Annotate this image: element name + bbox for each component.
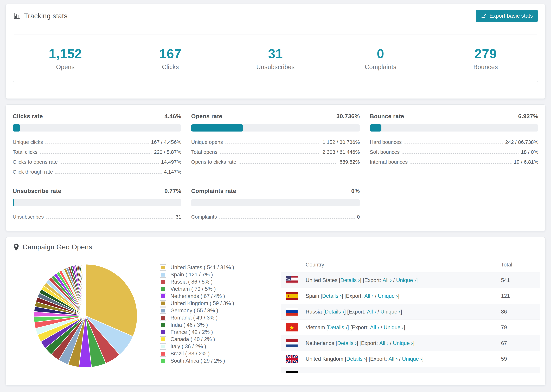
legend-swatch[interactable] (160, 279, 166, 285)
export-unique-link[interactable]: Unique › (384, 324, 404, 331)
export-text: ] [Export: (342, 293, 364, 299)
details-link[interactable]: Details › (328, 324, 347, 331)
legend-swatch[interactable] (160, 358, 166, 364)
legend-swatch[interactable] (160, 329, 166, 335)
details-link[interactable]: Details › (346, 356, 366, 362)
details-link[interactable]: Details › (337, 340, 357, 346)
country-cell: Netherlands [Details ›] [Export: All › /… (286, 339, 501, 347)
bracket: ] (416, 277, 418, 283)
flag-us (286, 276, 298, 284)
rate-title-row: Unsubscribe rate0.77% (13, 188, 181, 194)
flag-ru (286, 308, 298, 316)
export-unique-link[interactable]: Unique › (378, 293, 398, 299)
export-all-link[interactable]: All › (389, 356, 397, 362)
rate-row-label: Internal bounces (370, 159, 408, 165)
rate-row-label: Click through rate (13, 169, 53, 175)
export-unique-link[interactable]: Unique › (396, 277, 416, 283)
total-cell: 541 (501, 277, 540, 283)
legend-label: United Kingdom ( 59 / 3% ) (170, 300, 234, 307)
rate-row: Internal bounces19 / 6.81% (370, 156, 538, 166)
summary-cell-opens: 1,152Opens (13, 35, 118, 82)
map-pin-icon (13, 243, 19, 251)
legend-item: United States ( 541 / 31% ) (160, 264, 256, 271)
legend-swatch[interactable] (160, 293, 166, 299)
geo-content: United States ( 541 / 31% )Spain ( 121 /… (6, 257, 545, 373)
slash-text: / (376, 309, 381, 315)
country-cell: Vietnam [Details ›] [Export: All › / Uni… (286, 323, 501, 331)
rate-row: Complaints0 (191, 211, 360, 221)
rate-row-value: 2,303 / 61.446% (322, 149, 360, 155)
export-basic-stats-button[interactable]: Export basic stats (476, 10, 538, 22)
export-all-link[interactable]: All › (383, 277, 392, 283)
legend-swatch[interactable] (160, 343, 166, 350)
legend-swatch[interactable] (160, 336, 166, 343)
rate-row: Soft bounces18 / 0% (370, 147, 538, 156)
geo-table-row: Vietnam [Details ›] [Export: All › / Uni… (281, 320, 540, 335)
rate-progress-bar (370, 124, 538, 132)
rate-progress-bar (191, 199, 360, 206)
rate-progress-bar (13, 199, 181, 206)
legend-label: Spain ( 121 / 7% ) (170, 272, 213, 278)
rate-title-row: Opens rate30.736% (191, 113, 360, 119)
summary-value: 0 (377, 46, 384, 61)
rate-block-bounce: Bounce rate6.927%Hard bounces242 / 86.73… (370, 113, 538, 176)
rate-block-clicks: Clicks rate4.46%Unique clicks167 / 4.456… (13, 113, 181, 176)
tracking-stats-title: Tracking stats (13, 12, 67, 20)
country-name: United States (306, 277, 339, 283)
total-cell: 121 (501, 293, 540, 299)
legend-label: Romania ( 49 / 3% ) (170, 315, 218, 321)
legend-label: South Africa ( 29 / 2% ) (170, 358, 225, 364)
details-link[interactable]: Details › (340, 277, 360, 283)
dashboard-page: Tracking stats Export basic stats 1,152O… (0, 0, 551, 389)
legend-swatch[interactable] (160, 315, 166, 321)
legend-swatch[interactable] (160, 300, 166, 307)
legend-swatch[interactable] (160, 264, 166, 271)
rate-value: 0% (351, 188, 360, 194)
export-unique-link[interactable]: Unique › (393, 340, 413, 346)
bar-chart-icon (13, 12, 21, 20)
export-all-link[interactable]: All › (367, 309, 376, 315)
legend-item: Brazil ( 33 / 2% ) (160, 350, 256, 357)
rate-progress-fill (13, 124, 20, 132)
slash-text: / (373, 293, 378, 299)
country-name: Vietnam (306, 324, 326, 331)
export-unique-link[interactable]: Unique › (402, 356, 422, 362)
rates-card: Clicks rate4.46%Unique clicks167 / 4.456… (6, 104, 545, 231)
rate-value: 30.736% (336, 113, 360, 119)
bracket: ] (398, 293, 399, 299)
rate-row-label: Unique opens (191, 139, 223, 145)
rate-rows: Unsubscribes31 (13, 211, 181, 221)
rate-row-value: 18 / 0% (521, 149, 538, 155)
export-text: ] [Export: (366, 356, 389, 362)
legend-swatch[interactable] (160, 308, 166, 314)
summary-stats: 1,152Opens167Clicks31Unsubscribes0Compla… (13, 35, 538, 82)
export-all-link[interactable]: All › (364, 293, 373, 299)
summary-value: 279 (474, 46, 497, 61)
export-all-link[interactable]: All › (370, 324, 379, 331)
legend-item: Vietnam ( 79 / 5% ) (160, 286, 256, 293)
legend-label: Germany ( 55 / 3% ) (170, 308, 218, 314)
legend-label: Vietnam ( 79 / 5% ) (170, 286, 216, 292)
bracket: ] (413, 340, 414, 346)
rate-row-label: Total clicks (13, 149, 37, 155)
legend-swatch[interactable] (160, 272, 166, 278)
flag-nl (286, 339, 298, 347)
legend-item: Netherlands ( 67 / 4% ) (160, 293, 256, 300)
details-link[interactable]: Details › (325, 309, 344, 315)
export-unique-link[interactable]: Unique › (381, 309, 401, 315)
legend-swatch[interactable] (160, 322, 166, 328)
geo-table-header: CountryTotal (281, 257, 540, 272)
legend-item: Russia ( 86 / 5% ) (160, 278, 256, 286)
geo-header: Campaign Geo Opens (6, 237, 545, 257)
column-header-total: Total (501, 262, 540, 268)
rate-row-value: 689.82% (339, 159, 360, 165)
details-link[interactable]: Details › (322, 293, 342, 299)
legend-swatch[interactable] (160, 286, 166, 292)
bracket: [ (326, 324, 328, 331)
export-all-link[interactable]: All › (379, 340, 389, 346)
geo-table-row (281, 367, 540, 373)
legend-label: Brazil ( 33 / 2% ) (170, 351, 210, 357)
legend-swatch[interactable] (160, 351, 166, 357)
rate-row: Total clicks220 / 5.87% (13, 147, 181, 156)
rate-block-complaints: Complaints rate0%Complaints0 (191, 188, 360, 221)
